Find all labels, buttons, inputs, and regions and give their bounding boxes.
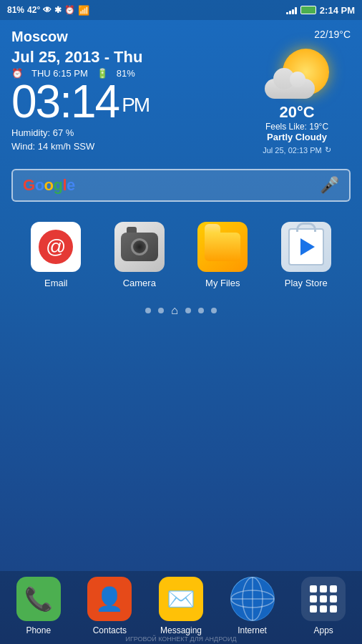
dock-item-phone[interactable]: 📞 Phone — [6, 577, 71, 635]
dock-item-apps[interactable]: Apps — [291, 577, 356, 635]
play-bag — [288, 228, 324, 265]
eye-icon: 👁 — [43, 5, 52, 15]
dock-item-messaging[interactable]: ✉️ Messaging — [149, 577, 213, 635]
contacts-label: Contacts — [93, 625, 127, 635]
date-text: Jul 25, 2013 - Thu — [11, 48, 142, 67]
signal-bars-icon — [286, 6, 297, 14]
page-dot-1[interactable] — [145, 308, 151, 313]
messaging-icon: ✉️ — [159, 577, 203, 621]
status-bar: 81% 42° 👁 ✱ ⏰ 📶 2:14 PM — [0, 0, 362, 20]
status-right: 2:14 PM — [286, 5, 355, 16]
internet-icon — [230, 577, 275, 621]
wifi-icon: 📶 — [78, 5, 89, 16]
app-item-email[interactable]: @ Email — [20, 222, 92, 288]
status-left: 81% 42° 👁 ✱ ⏰ 📶 — [7, 5, 89, 16]
page-dot-5[interactable] — [211, 308, 217, 313]
update-time: Jul 25, 02:13 PM ↻ — [243, 145, 351, 155]
battery-level: 81% — [117, 68, 135, 79]
bluetooth-icon: ✱ — [54, 5, 62, 15]
phone-icon: 📞 — [16, 577, 61, 621]
app-item-camera[interactable]: Camera — [104, 222, 175, 288]
refresh-icon[interactable]: ↻ — [325, 145, 331, 155]
apps-label: Apps — [313, 625, 333, 635]
folder-shape — [205, 233, 240, 261]
camera-body — [121, 233, 158, 261]
current-temp: 20°C — [243, 103, 351, 122]
weather-right-panel: 20°C Feels Like: 19°C Partly Cloudy Jul … — [243, 49, 351, 155]
humidity: Humidity: 67 % — [11, 127, 149, 138]
play-triangle — [300, 238, 315, 255]
internet-label: Internet — [238, 625, 267, 635]
email-icon: @ — [31, 222, 81, 272]
camera-lens — [131, 238, 148, 255]
files-icon — [197, 222, 248, 272]
dock-item-contacts[interactable]: 👤 Contacts — [77, 577, 142, 635]
feels-like: Feels Like: 19°C — [243, 122, 351, 132]
dock-items: 📞 Phone 👤 Contacts ✉️ Messaging — [0, 577, 362, 635]
dock-item-internet[interactable]: Internet — [220, 577, 285, 635]
apps-icon — [301, 577, 346, 621]
cloud-icon — [265, 79, 315, 99]
phone-label: Phone — [26, 625, 51, 635]
temperature: 42° — [27, 5, 40, 15]
battery-icon — [300, 6, 316, 14]
app-item-myfiles[interactable]: My Files — [187, 222, 258, 288]
weather-icon — [265, 49, 329, 99]
app-grid: @ Email Camera My Files Play Store — [0, 202, 362, 296]
camera-icon — [114, 222, 165, 272]
alarm-icon: ⏰ — [64, 5, 75, 15]
city-name: Moscow — [11, 29, 149, 45]
playstore-icon — [281, 222, 331, 272]
home-indicator[interactable]: ⌂ — [171, 304, 178, 317]
wind: Wind: 14 km/h SSW — [11, 141, 149, 152]
camera-bump — [127, 227, 137, 233]
weather-widget: Moscow Jul 25, 2013 - Thu ⏰ THU 6:15 PM … — [0, 20, 362, 159]
temp-range: 22/19°C — [314, 29, 351, 40]
playstore-label: Play Store — [285, 278, 328, 288]
voice-search-icon[interactable]: 🎤 — [320, 176, 339, 195]
clock-ampm: PM — [122, 94, 149, 116]
files-label: My Files — [205, 278, 240, 288]
page-dot-2[interactable] — [158, 308, 164, 313]
page-dot-4[interactable] — [198, 308, 204, 313]
battery-percent: 81% — [7, 5, 24, 15]
email-label: Email — [44, 278, 68, 288]
clock-display: 03:14PM — [11, 79, 149, 125]
email-circle: @ — [39, 230, 73, 264]
app-dock: 📞 Phone 👤 Contacts ✉️ Messaging — [0, 571, 362, 644]
update-label: Jul 25, 02:13 PM — [263, 146, 322, 155]
status-time: 2:14 PM — [320, 5, 355, 16]
weather-description: Partly Cloudy — [243, 132, 351, 142]
google-search-bar[interactable]: Google 🎤 — [11, 169, 351, 202]
contacts-icon: 👤 — [87, 577, 132, 621]
search-bar-container: Google 🎤 — [11, 169, 351, 202]
apps-grid — [310, 585, 337, 613]
camera-label: Camera — [123, 278, 156, 288]
google-logo: Google — [23, 176, 75, 195]
page-dot-3[interactable] — [185, 308, 191, 313]
page-indicators: ⌂ — [0, 296, 362, 326]
app-item-playstore[interactable]: Play Store — [270, 222, 342, 288]
clock-time: 03:14 — [11, 76, 119, 127]
messaging-label: Messaging — [160, 625, 202, 635]
